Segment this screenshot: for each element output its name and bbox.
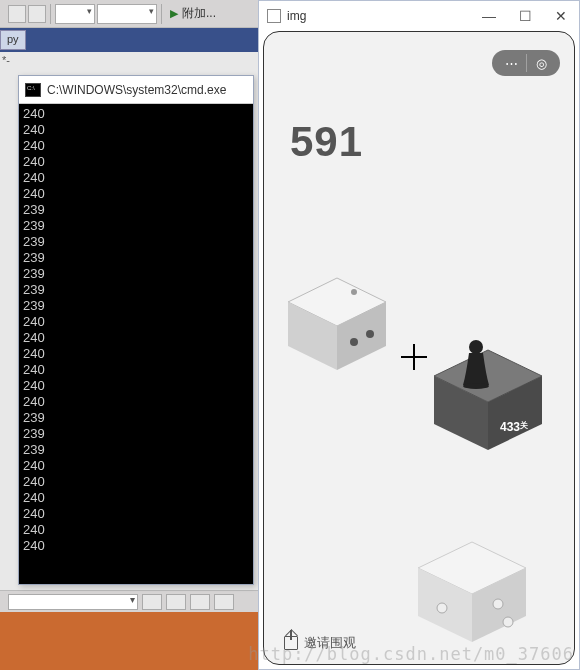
img-titlebar[interactable]: img — ☐ ✕ <box>259 1 579 31</box>
ide-bottom-toolbar <box>0 590 260 612</box>
attach-button[interactable]: 附加... <box>182 5 216 22</box>
game-canvas[interactable]: 433关 <box>264 32 574 664</box>
window-app-icon <box>267 9 281 23</box>
img-title-text: img <box>287 9 471 23</box>
ide-tabstrip: py <box>0 28 260 52</box>
svg-point-16 <box>503 617 513 627</box>
bottom-btn-1[interactable] <box>142 594 162 610</box>
game-box-current <box>282 274 392 374</box>
img-window: img — ☐ ✕ ⋯ ◎ 591 <box>258 0 580 670</box>
maximize-button[interactable]: ☐ <box>507 2 543 30</box>
crosshair-icon <box>401 344 427 370</box>
bottom-btn-4[interactable] <box>214 594 234 610</box>
config-dropdown-1[interactable] <box>55 4 95 24</box>
cmd-icon <box>25 83 41 97</box>
bottom-dropdown[interactable] <box>8 594 138 610</box>
toolbar-btn-2[interactable] <box>28 5 46 23</box>
phone-frame: ⋯ ◎ 591 <box>263 31 575 665</box>
close-button[interactable]: ✕ <box>543 2 579 30</box>
cmd-title-text: C:\WINDOWS\system32\cmd.exe <box>47 83 226 97</box>
cmd-window: C:\WINDOWS\system32\cmd.exe 240240240240… <box>18 75 254 585</box>
editor-tab[interactable]: py <box>0 30 26 50</box>
ide-status-bar <box>0 612 260 670</box>
svg-point-3 <box>351 289 357 295</box>
svg-point-15 <box>493 599 503 609</box>
cmd-titlebar[interactable]: C:\WINDOWS\system32\cmd.exe <box>19 76 253 104</box>
bottom-btn-3[interactable] <box>190 594 210 610</box>
toolbar-btn-1[interactable] <box>8 5 26 23</box>
svg-point-5 <box>366 330 374 338</box>
target-badge: 433关 <box>500 420 528 434</box>
game-box-next <box>412 538 532 648</box>
watermark: http://blog.csdn.net/m0_37606 <box>248 644 574 664</box>
config-dropdown-2[interactable] <box>97 4 157 24</box>
svg-point-9 <box>469 340 483 354</box>
editor-stub-text: *- <box>0 52 12 68</box>
ide-toolbar: ▶ 附加... <box>0 0 260 28</box>
game-pawn <box>462 339 490 393</box>
play-icon[interactable]: ▶ <box>170 7 178 20</box>
svg-point-14 <box>437 603 447 613</box>
cmd-output: 2402402402402402402392392392392392392392… <box>19 104 253 584</box>
bottom-btn-2[interactable] <box>166 594 186 610</box>
svg-point-10 <box>463 383 489 389</box>
svg-point-4 <box>350 338 358 346</box>
minimize-button[interactable]: — <box>471 2 507 30</box>
